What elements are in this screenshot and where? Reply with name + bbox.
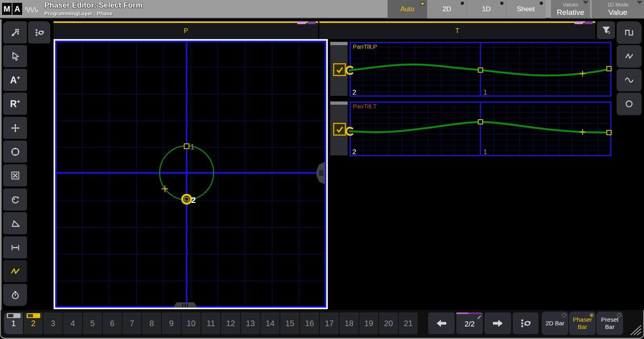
point-label: 1 xyxy=(190,143,195,151)
tool-add-button[interactable]: A+ xyxy=(3,69,27,91)
step-button-4[interactable]: 4 xyxy=(63,312,82,334)
step-sync-button[interactable] xyxy=(513,312,538,334)
pan-column-header[interactable]: P xyxy=(54,21,318,39)
step-button-12[interactable]: 12 xyxy=(221,312,240,334)
step-button-label: 5 xyxy=(90,319,95,328)
pan-graph-checkbox[interactable] xyxy=(333,63,346,76)
view-button-1d[interactable]: 1D xyxy=(466,0,506,19)
prev-page-button[interactable] xyxy=(428,312,455,334)
tilt-phase-graph-canvas[interactable]: PanTilt.T21 xyxy=(350,101,611,156)
splitter-handle-bottom[interactable] xyxy=(173,302,197,308)
2d-radio-indicator xyxy=(461,2,464,5)
window-subtitle: ProgrammingLayer : Phase xyxy=(44,10,112,17)
add-icon: A+ xyxy=(10,74,20,86)
pan-phase-graph[interactable]: PanTilt.P21 xyxy=(350,42,611,97)
filter-icon xyxy=(601,25,612,36)
step-button-5[interactable]: 5 xyxy=(83,312,102,334)
tool-speed-button[interactable] xyxy=(3,284,27,306)
1d-mode-dropdown-value: Value xyxy=(592,8,644,17)
1d-radio-indicator xyxy=(500,2,503,5)
tilt-graph-checkbox[interactable] xyxy=(333,123,346,136)
step-button-6[interactable]: 6 xyxy=(103,312,122,334)
step-button-label: 13 xyxy=(246,319,255,328)
tool-width-button[interactable] xyxy=(3,236,27,258)
next-page-button[interactable] xyxy=(485,312,511,334)
auto-radio-indicator xyxy=(420,2,425,6)
filter-button[interactable] xyxy=(597,21,615,39)
tool-angle-button[interactable] xyxy=(3,212,27,234)
1d-mode-dropdown-label: 1D Mode xyxy=(592,2,644,8)
tool-select-button[interactable] xyxy=(3,45,27,67)
view-button-2d[interactable]: 2D xyxy=(427,0,466,19)
tool-grid-move-button[interactable] xyxy=(3,21,27,43)
sheet-radio-indicator xyxy=(540,2,543,5)
step-button-label: 6 xyxy=(110,319,114,328)
phaser-2d-plot[interactable]: 12 xyxy=(54,39,328,309)
view-button-sheet[interactable]: Sheet xyxy=(506,0,545,19)
tool-remove-button[interactable]: R+ xyxy=(3,93,27,115)
resize-grip-icon[interactable] xyxy=(627,322,642,336)
form-ramp-button[interactable] xyxy=(617,45,642,68)
page-progress-strip xyxy=(456,312,468,314)
step-button-label: 17 xyxy=(325,319,333,328)
pan-column-header-label: P xyxy=(184,27,188,35)
1d-mode-dropdown[interactable]: 1D Mode Value xyxy=(591,0,644,19)
step-button-15[interactable]: 15 xyxy=(280,312,299,334)
step-button-9[interactable]: 9 xyxy=(162,312,181,334)
2d-bar-button[interactable]: 2D Bar xyxy=(542,312,568,335)
pan-graph-enable-panel xyxy=(330,42,348,96)
view-button-auto[interactable]: Auto xyxy=(387,0,427,19)
step-button-label: 15 xyxy=(285,319,294,328)
preset-bar-button[interactable]: Preset Bar xyxy=(596,312,623,335)
preset-bar-radio xyxy=(617,313,621,317)
phaser-bar-label: Phaser Bar xyxy=(569,316,596,331)
page-indicator-button[interactable]: 2/2 xyxy=(456,312,483,334)
phaser-2d-canvas[interactable]: 12 xyxy=(55,41,326,308)
sync-icon xyxy=(34,27,45,38)
tilt-column-header[interactable]: T xyxy=(319,21,595,39)
step-button-21[interactable]: 21 xyxy=(399,312,418,334)
form-circle-button[interactable] xyxy=(617,93,642,115)
tilt-header-purple-indicator xyxy=(585,21,593,24)
step-button-18[interactable]: 18 xyxy=(340,312,358,334)
step-button-16[interactable]: 16 xyxy=(300,312,319,334)
step-button-2[interactable]: 2 xyxy=(24,312,43,334)
step-button-20[interactable]: 20 xyxy=(379,312,398,334)
step-button-14[interactable]: 14 xyxy=(261,312,280,334)
graph-title: PanTilt.T xyxy=(353,103,377,110)
checkmark-icon xyxy=(335,65,344,74)
stopwatch-icon xyxy=(10,290,21,300)
square-wave-icon xyxy=(623,27,635,38)
form-sine-button[interactable] xyxy=(617,69,642,91)
step-button-13[interactable]: 13 xyxy=(241,312,260,334)
tool-sync-button[interactable] xyxy=(28,21,50,43)
step-button-label: 20 xyxy=(384,319,393,328)
tool-move-button[interactable] xyxy=(3,117,27,139)
step-button-8[interactable]: 8 xyxy=(142,312,161,334)
step-button-1[interactable]: 1 xyxy=(4,312,23,334)
step-button-7[interactable]: 7 xyxy=(122,312,141,334)
panel-grip[interactable] xyxy=(330,101,348,105)
step-button-10[interactable]: 10 xyxy=(182,312,201,334)
step-button-11[interactable]: 11 xyxy=(201,312,220,334)
phaser-bar-button[interactable]: Phaser Bar xyxy=(569,312,596,335)
step-button-3[interactable]: 3 xyxy=(43,312,62,334)
preset-bar-label: Preset Bar xyxy=(596,316,623,331)
circle-form-icon xyxy=(623,99,635,109)
arrow-right-icon xyxy=(492,318,504,328)
tilt-phase-graph[interactable]: PanTilt.T21 xyxy=(350,101,611,156)
values-dropdown[interactable]: Values Relative xyxy=(550,0,590,19)
title-bar: M A Phaser Editor: Select Form Programmi… xyxy=(0,0,644,19)
tool-phase-button[interactable] xyxy=(3,260,27,282)
step-button-label: 11 xyxy=(207,319,215,328)
tool-move-circle-button[interactable] xyxy=(3,141,27,163)
tool-scale-button[interactable] xyxy=(3,164,27,186)
step-button-17[interactable]: 17 xyxy=(320,312,339,334)
form-square-wave-button[interactable] xyxy=(617,21,642,44)
pan-phase-graph-canvas[interactable]: PanTilt.P21 xyxy=(350,42,611,97)
step-button-19[interactable]: 19 xyxy=(359,312,378,334)
tool-rotate-button[interactable] xyxy=(3,188,27,211)
step-button-label: 18 xyxy=(344,319,353,328)
ma-logo-a: A xyxy=(12,3,22,15)
panel-grip[interactable] xyxy=(330,42,348,45)
